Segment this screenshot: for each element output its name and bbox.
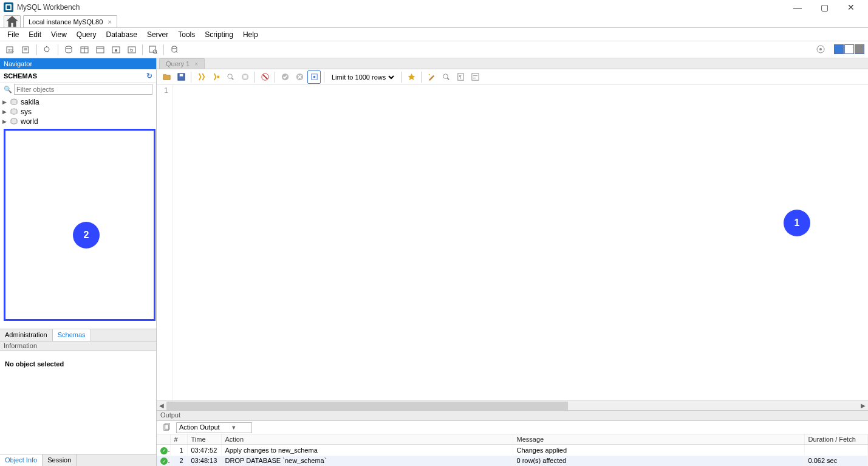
filter-objects-input[interactable] — [14, 84, 152, 95]
tab-object-info[interactable]: Object Info — [0, 454, 43, 466]
create-schema-icon[interactable] — [62, 43, 75, 57]
home-tab[interactable] — [4, 15, 21, 27]
inspector-icon[interactable] — [41, 43, 54, 57]
menu-edit[interactable]: Edit — [24, 30, 46, 39]
cell-message: Changes applied — [513, 445, 804, 456]
menu-view[interactable]: View — [46, 30, 72, 39]
col-message[interactable]: Message — [513, 434, 804, 445]
favorites-icon[interactable] — [405, 70, 418, 84]
expand-arrow-icon[interactable]: ▶ — [2, 109, 9, 115]
info-subtabs: Object Info Session — [0, 454, 156, 466]
database-icon — [10, 98, 18, 106]
cell-duration: 0.062 sec — [804, 456, 868, 467]
open-file-icon[interactable] — [160, 70, 173, 84]
toggle-autocommit-icon[interactable] — [258, 70, 272, 84]
code-area[interactable] — [173, 85, 868, 400]
toolbar-separator — [191, 72, 191, 83]
menu-database[interactable]: Database — [101, 30, 142, 39]
col-num[interactable]: # — [170, 434, 187, 445]
cell-message: 0 row(s) affected — [513, 456, 804, 467]
menu-query[interactable]: Query — [72, 30, 101, 39]
navigator-subtabs: Administration Schemas — [0, 329, 156, 341]
panel-toggle-group — [833, 44, 864, 54]
create-function-icon[interactable]: fx — [125, 43, 138, 57]
rollback-icon[interactable] — [293, 70, 306, 84]
menu-scripting[interactable]: Scripting — [200, 30, 238, 39]
expand-arrow-icon[interactable]: ▶ — [2, 99, 9, 105]
query-tab[interactable]: Query 1 × — [159, 58, 205, 69]
scroll-track[interactable] — [166, 402, 858, 410]
connection-tab[interactable]: Local instance MySQL80 × — [23, 15, 117, 27]
create-table-icon[interactable] — [78, 43, 91, 57]
home-icon — [4, 14, 20, 30]
stop-icon[interactable] — [238, 70, 251, 84]
execute-icon[interactable] — [194, 70, 208, 84]
wrap-icon[interactable] — [468, 70, 482, 84]
col-time[interactable]: Time — [187, 434, 221, 445]
svg-rect-21 — [179, 74, 183, 77]
output-row[interactable]: ✓ 1 03:47:52 Apply changes to new_schema… — [157, 445, 868, 456]
refresh-schemas-icon[interactable]: ↻ — [146, 72, 152, 80]
menu-tools[interactable]: Tools — [173, 30, 200, 39]
output-type-select[interactable]: Action Output ▾ — [176, 422, 252, 433]
main-area: Query 1 × Limit to 1000 rows — [157, 58, 868, 466]
svg-text:¶: ¶ — [459, 74, 461, 80]
schema-item-sys[interactable]: ▶ sys — [2, 107, 154, 117]
menu-help[interactable]: Help — [238, 30, 263, 39]
maximize-button[interactable]: ▢ — [811, 0, 838, 15]
scroll-right-icon[interactable]: ▶ — [858, 402, 868, 409]
toolbar-separator — [421, 72, 422, 83]
col-action[interactable]: Action — [221, 434, 513, 445]
schema-item-world[interactable]: ▶ world — [2, 117, 154, 126]
sql-editor[interactable]: 1 — [157, 85, 868, 400]
toggle-secondary-panel[interactable] — [844, 44, 854, 54]
reconnect-icon[interactable] — [168, 43, 181, 57]
tab-administration[interactable]: Administration — [0, 329, 53, 341]
toolbar-separator — [275, 72, 275, 83]
schema-label: world — [21, 117, 38, 126]
expand-arrow-icon[interactable]: ▶ — [2, 118, 9, 125]
menu-server[interactable]: Server — [142, 30, 173, 39]
workbench-central-icon[interactable] — [814, 43, 827, 56]
create-procedure-icon[interactable] — [109, 43, 123, 57]
schema-item-sakila[interactable]: ▶ sakila — [2, 97, 154, 107]
toggle-sidebar-panel[interactable] — [834, 44, 844, 54]
close-button[interactable]: ✕ — [838, 0, 864, 15]
menu-file[interactable]: File — [2, 30, 24, 39]
explain-icon[interactable] — [224, 70, 237, 84]
create-view-icon[interactable] — [94, 43, 107, 57]
tab-schemas[interactable]: Schemas — [53, 329, 91, 341]
toolbar-separator — [142, 44, 143, 55]
cell-num: 1 — [170, 445, 187, 456]
execute-current-icon[interactable] — [209, 70, 222, 84]
toggle-invisible-icon[interactable]: ¶ — [454, 70, 467, 84]
success-icon: ✓ — [160, 457, 168, 465]
toggle-output-panel[interactable] — [855, 44, 864, 54]
output-copy-icon[interactable] — [160, 421, 173, 434]
minimize-button[interactable]: — — [784, 0, 811, 15]
save-icon[interactable] — [174, 70, 188, 84]
toolbar-separator — [163, 44, 164, 55]
connection-tab-close[interactable]: × — [108, 18, 111, 26]
output-toolbar: Action Output ▾ — [157, 421, 868, 434]
col-status[interactable] — [157, 434, 170, 445]
output-row[interactable]: ✓ 2 03:48:13 DROP DATABASE `new_schema` … — [157, 456, 868, 467]
beautify-icon[interactable] — [425, 70, 438, 84]
information-header: Information — [0, 341, 156, 351]
open-sql-script-icon[interactable] — [19, 43, 33, 57]
scroll-thumb[interactable] — [166, 402, 568, 410]
tab-session[interactable]: Session — [43, 454, 77, 466]
row-limit-select[interactable]: Limit to 1000 rows — [329, 73, 396, 81]
new-sql-tab-icon[interactable]: SQL — [4, 43, 17, 57]
search-table-data-icon[interactable] — [146, 43, 160, 57]
editor-hscrollbar[interactable]: ◀ ▶ — [157, 400, 868, 410]
scroll-left-icon[interactable]: ◀ — [157, 402, 166, 409]
output-table: # Time Action Message Duration / Fetch ✓… — [157, 434, 868, 466]
commit-icon[interactable] — [278, 70, 292, 84]
menu-bar: File Edit View Query Database Server Too… — [0, 28, 868, 41]
toggle-whitespace-icon[interactable] — [307, 70, 321, 84]
editor-gutter: 1 — [157, 85, 173, 400]
find-icon[interactable] — [439, 70, 453, 84]
col-duration[interactable]: Duration / Fetch — [804, 434, 868, 445]
query-tab-close[interactable]: × — [194, 61, 198, 67]
